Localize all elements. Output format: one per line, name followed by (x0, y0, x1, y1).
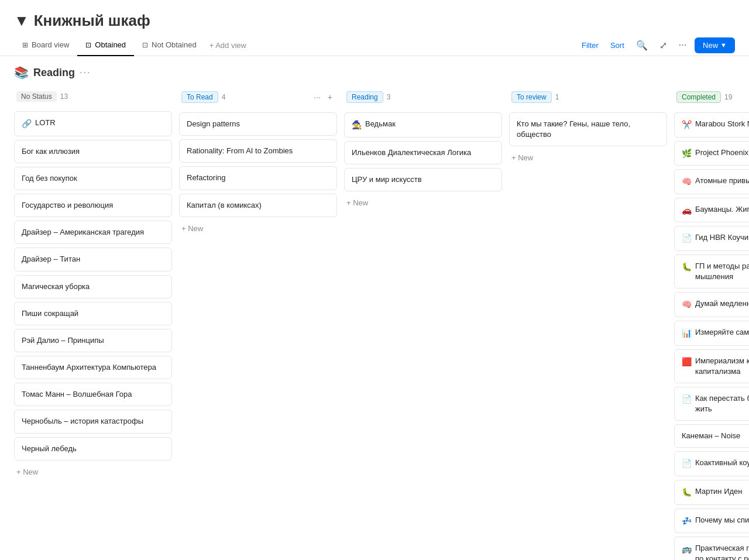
card[interactable]: Танненбаум Архитектура Компьютера (14, 356, 172, 379)
col-add-btn-to-read[interactable]: + (325, 91, 335, 103)
add-new-to-read[interactable]: + New (179, 221, 337, 236)
card-text: Ильенков Диалектическая Логика (352, 147, 494, 158)
card[interactable]: 🧙Ведьмак (344, 112, 502, 138)
card-text: 📄Гид HBR Коучинг (682, 232, 749, 245)
card-text: Design patterns (187, 119, 329, 129)
tab-obtained[interactable]: ⊡ Obtained (77, 35, 134, 56)
card[interactable]: 🐛ГП и методы рациональн... мышления (674, 255, 749, 288)
card-title: Драйзер – Титан (22, 254, 80, 264)
card-text: Rationality: From AI to Zombies (187, 146, 329, 156)
tabs-bar: ⊞ Board view ⊡ Obtained ⊡ Not Obtained +… (0, 35, 749, 56)
card[interactable]: Черный лебедь (14, 437, 172, 461)
card-title: Мартин Иден (695, 486, 743, 497)
card[interactable]: Томас Манн – Волшебная Гора (14, 383, 172, 406)
card-text: Refactoring (187, 173, 329, 183)
card[interactable]: 🔗LOTR (14, 111, 172, 136)
section-more-button[interactable]: ··· (80, 67, 91, 78)
card[interactable]: Rationality: From AI to Zombies (179, 139, 337, 163)
column-to-read: To Read4···+Design patternsRationality: … (179, 87, 337, 236)
card-text: Пиши сокращай (22, 308, 164, 319)
card-text: Бог как иллюзия (22, 146, 164, 157)
card[interactable]: Государство и революция (14, 194, 172, 217)
card-text: Государство и революция (22, 200, 164, 211)
card[interactable]: Канеман – Noise (674, 424, 749, 448)
more-options-icon[interactable]: ··· (675, 37, 690, 53)
card-title: Атомные привычки (695, 176, 749, 186)
card-title: Томас Манн – Волшебная Гора (22, 389, 132, 400)
add-new-reading[interactable]: + New (344, 195, 502, 211)
card[interactable]: 📄Как перестать беспокоит... начать жить (674, 387, 749, 421)
tab-board-label: Board view (32, 40, 69, 49)
card[interactable]: Капитал (в комиксах) (179, 194, 337, 217)
card-title: Бог как иллюзия (22, 146, 80, 157)
card[interactable]: 🚌Практическая политолог... Пособие по ко… (674, 537, 749, 560)
card[interactable]: Пиши сокращай (14, 302, 172, 325)
tab-not-obtained-label: Not Obtained (152, 40, 197, 49)
card-text: 🐛ГП и методы рациональн... мышления (682, 261, 749, 282)
card-title: Чернобыль – история катастрофы (22, 416, 143, 427)
card-emoji: ✂️ (682, 119, 692, 131)
board-container: No Status13🔗LOTRБог как иллюзияГод без п… (0, 87, 749, 560)
card-text: 🧠Атомные привычки (682, 176, 749, 188)
card[interactable]: Refactoring (179, 166, 337, 190)
card[interactable]: ✂️Marabou Stork Nightmares (674, 112, 749, 138)
card[interactable]: Рэй Далио – Принципы (14, 329, 172, 352)
card[interactable]: Чернобыль – история катастрофы (14, 410, 172, 433)
filter-button[interactable]: Filter (578, 39, 602, 52)
search-icon[interactable]: 🔍 (633, 37, 651, 53)
tab-not-obtained[interactable]: ⊡ Not Obtained (134, 35, 205, 56)
col-more-btn-to-read[interactable]: ··· (311, 91, 323, 103)
card[interactable]: 💤Почему мы спим (674, 509, 749, 534)
card[interactable]: 🧠Думай медленно решай быстро (674, 292, 749, 317)
col-count-to-read: 4 (222, 93, 226, 101)
col-header-completed: Completed19 (674, 87, 749, 108)
card-emoji: 🟥 (682, 356, 692, 368)
card[interactable]: 🧠Атомные привычки (674, 169, 749, 194)
card[interactable]: Год без покупок (14, 167, 172, 190)
card[interactable]: ЦРУ и мир искусств (344, 168, 502, 191)
card-text: 🧠Думай медленно решай быстро (682, 298, 749, 311)
tab-board[interactable]: ⊞ Board view (14, 35, 77, 56)
card-text: ЦРУ и мир искусств (352, 174, 494, 185)
card-title: Год без покупок (22, 173, 77, 184)
section-header: 📚 Reading ··· (0, 56, 749, 87)
card[interactable]: 🌿Project Phoenix (674, 141, 749, 166)
card[interactable]: Драйзер – Титан (14, 248, 172, 271)
chevron-icon[interactable]: ▼ (14, 12, 29, 30)
card-text: Магическая уборка (22, 281, 164, 292)
card[interactable]: Кто мы такие? Гены, наше тело, общество (509, 112, 667, 146)
card[interactable]: Ильенков Диалектическая Логика (344, 141, 502, 164)
card-text: Томас Манн – Волшебная Гора (22, 389, 164, 400)
card[interactable]: 🚗Бауманцы. Жигули. Дуба... (674, 198, 749, 223)
add-new-no-status[interactable]: + New (14, 464, 172, 480)
col-header-to-review: To review1 (509, 87, 667, 108)
add-new-to-review[interactable]: + New (509, 150, 667, 166)
card-title: Refactoring (187, 173, 225, 183)
card-title: Рэй Далио – Принципы (22, 335, 104, 346)
expand-icon[interactable]: ⤢ (656, 37, 671, 53)
card[interactable]: 🐛Мартин Иден (674, 480, 749, 505)
card-title: Как перестать беспокоит... начать жить (695, 393, 749, 414)
card-title: Project Phoenix (695, 147, 748, 158)
card-text: Кто мы такие? Гены, наше тело, общество (517, 119, 659, 140)
card-emoji: 📄 (682, 458, 692, 470)
new-button[interactable]: New ▼ (695, 37, 735, 53)
card[interactable]: 🟥Империализм как высша... стадия капитал… (674, 349, 749, 383)
card-title: Черный лебедь (22, 444, 77, 454)
card[interactable]: 📄Коактивный коучинг (674, 451, 749, 476)
card[interactable]: Драйзер – Американская трагедия (14, 221, 172, 244)
card-text: 🚌Практическая политолог... Пособие по ко… (682, 543, 749, 560)
card[interactable]: 📄Гид HBR Коучинг (674, 226, 749, 251)
sort-button[interactable]: Sort (607, 39, 628, 52)
card[interactable]: 📊Измеряйте самое важное... (674, 321, 749, 346)
card-text: 🌿Project Phoenix (682, 147, 749, 160)
card-title: Коактивный коучинг (695, 458, 749, 468)
col-count-no-status: 13 (60, 92, 68, 101)
obtained-icon: ⊡ (85, 41, 91, 49)
card[interactable]: Design patterns (179, 112, 337, 136)
card[interactable]: Магическая уборка (14, 275, 172, 298)
app-header: ▼ Книжный шкаф ⊞ Board view ⊡ Obtained ⊡… (0, 0, 749, 56)
add-view-button[interactable]: + Add view (205, 35, 251, 56)
card[interactable]: Бог как иллюзия (14, 140, 172, 163)
col-badge-to-review: To review (511, 91, 552, 103)
